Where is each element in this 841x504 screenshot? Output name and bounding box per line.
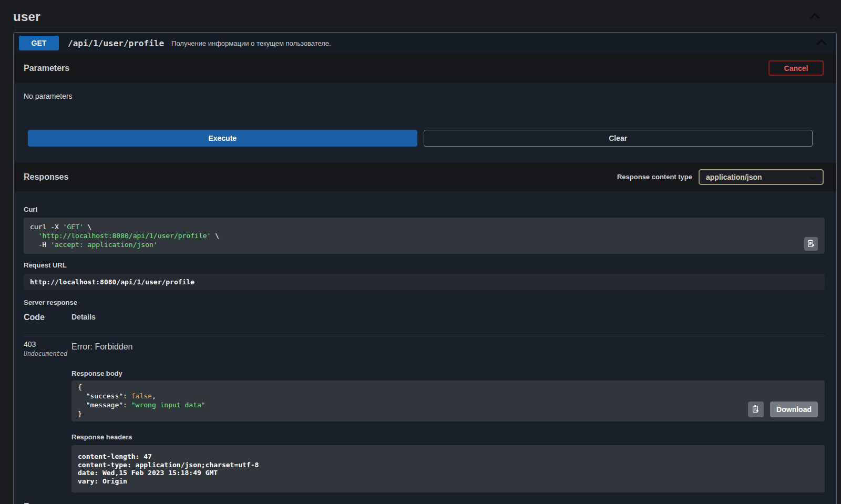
parameters-body: No parameters — [14, 83, 836, 100]
collapse-tag-button[interactable] — [808, 13, 821, 21]
request-url-label: Request URL — [24, 261, 825, 269]
response-content-type-group: Response content type application/json — [617, 169, 824, 185]
collapse-operation-button[interactable] — [815, 39, 828, 47]
opblock-summary[interactable]: GET /api/1/user/profile Получение информ… — [14, 33, 836, 54]
endpoint-description: Получение информации о текущем пользоват… — [171, 39, 331, 47]
status-code-cell: 403 Undocumented — [24, 340, 71, 357]
response-error-text: Error: Forbidden — [71, 340, 825, 352]
response-details-cell: Error: Forbidden Response body { "succes… — [71, 340, 825, 492]
chevron-up-icon — [808, 13, 821, 21]
server-response-table: Code Details 403 Undocumented Error: For… — [24, 313, 825, 492]
response-body-block: { "success": false, "message": "wrong in… — [71, 380, 825, 421]
request-url-value: http://localhost:8080/api/1/user/profile — [24, 274, 825, 290]
clipboard-copy-icon — [752, 405, 760, 415]
curl-command: curl -X 'GET' \ 'http://localhost:8080/a… — [30, 222, 818, 249]
code-column-header: Code — [24, 313, 71, 322]
undocumented-label: Undocumented — [24, 350, 71, 357]
response-row-403: 403 Undocumented Error: Forbidden Respon… — [24, 336, 825, 492]
response-headers-list: content-length: 47content-type: applicat… — [78, 452, 818, 485]
response-headers-block: content-length: 47content-type: applicat… — [71, 445, 825, 492]
http-method-badge: GET — [19, 36, 59, 50]
download-button[interactable]: Download — [770, 402, 818, 417]
curl-label: Curl — [24, 205, 825, 213]
response-content-type-select[interactable]: application/json — [699, 169, 824, 185]
swagger-page: user GET /api/1/user/profile Получение и… — [0, 0, 841, 504]
responses-section-header: Responses Response content type applicat… — [14, 162, 836, 191]
clear-button[interactable]: Clear — [424, 130, 813, 147]
copy-curl-button[interactable] — [804, 237, 818, 251]
response-content-type-label: Response content type — [617, 173, 692, 181]
response-body-json: { "success": false, "message": "wrong in… — [78, 383, 818, 418]
details-column-header: Details — [71, 313, 96, 321]
execute-row: Execute Clear — [28, 130, 813, 147]
parameters-title: Parameters — [24, 64, 69, 73]
tag-title: user — [13, 9, 40, 24]
chevron-down-icon — [809, 173, 816, 181]
responses-title: Responses — [24, 172, 68, 182]
chevron-up-icon — [815, 39, 828, 47]
selected-content-type: application/json — [706, 173, 762, 181]
cancel-button[interactable]: Cancel — [768, 60, 824, 76]
table-header-row: Code Details — [24, 313, 825, 336]
execute-button[interactable]: Execute — [28, 130, 417, 147]
parameters-section-header: Parameters Cancel — [14, 54, 836, 83]
curl-code-block: curl -X 'GET' \ 'http://localhost:8080/a… — [24, 218, 825, 254]
copy-response-button[interactable] — [748, 402, 764, 417]
response-headers-label: Response headers — [71, 433, 825, 441]
documented-responses-title: Responses — [24, 502, 825, 504]
clipboard-copy-icon — [807, 239, 815, 249]
response-body-actions: Download — [748, 402, 818, 417]
response-body-label: Response body — [71, 369, 825, 377]
tag-section-header[interactable]: user — [13, 6, 837, 27]
endpoint-path: /api/1/user/profile — [68, 38, 164, 48]
responses-body: Curl curl -X 'GET' \ 'http://localhost:8… — [14, 191, 836, 504]
no-parameters-text: No parameters — [24, 92, 826, 100]
status-code: 403 — [24, 340, 71, 348]
server-response-label: Server response — [24, 299, 825, 306]
opblock-get-user-profile: GET /api/1/user/profile Получение информ… — [13, 32, 837, 504]
